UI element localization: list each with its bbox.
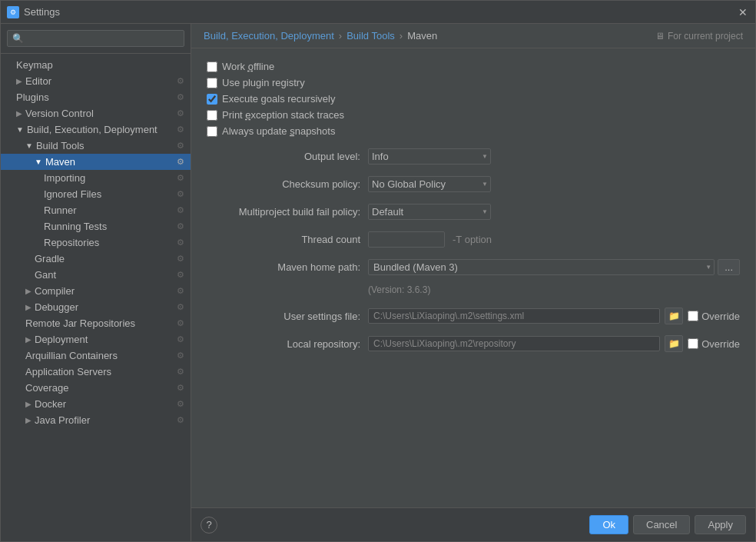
always-update-row: Always update snapshots xyxy=(207,125,740,137)
maven-home-label: Maven home path: xyxy=(207,261,368,273)
maven-home-row: Maven home path: Bundled (Maven 3) Use M… xyxy=(207,257,740,277)
sidebar-item-build-tools[interactable]: ▼ Build Tools ⚙ xyxy=(1,138,191,154)
sidebar-item-arquillian[interactable]: Arquillian Containers ⚙ xyxy=(1,347,191,364)
cancel-button[interactable]: Cancel xyxy=(633,515,690,534)
running-tests-label: Running Tests xyxy=(44,221,107,232)
sidebar-item-debugger[interactable]: ▶ Debugger ⚙ xyxy=(1,299,191,315)
sidebar-item-remote-jar[interactable]: Remote Jar Repositories ⚙ xyxy=(1,315,191,331)
local-repo-override-label: Override xyxy=(701,338,740,350)
java-profiler-label: Java Profiler xyxy=(35,414,90,426)
always-update-checkbox[interactable] xyxy=(207,126,217,137)
sidebar-item-build-execution[interactable]: ▼ Build, Execution, Deployment ⚙ xyxy=(1,121,191,138)
user-settings-row: User settings file: 📁 Override xyxy=(207,306,740,326)
breadcrumb-build-tools[interactable]: Build Tools xyxy=(346,30,395,42)
gradle-settings-icon: ⚙ xyxy=(177,254,184,264)
always-update-label: Always update snapshots xyxy=(222,125,335,137)
runner-label: Runner xyxy=(44,204,77,216)
for-project: 🖥 For current project xyxy=(655,31,743,42)
sidebar-item-running-tests[interactable]: Running Tests ⚙ xyxy=(1,218,191,234)
thread-count-row: Thread count -T option xyxy=(207,229,740,249)
thread-count-input[interactable] xyxy=(368,231,445,248)
local-repo-control: 📁 Override xyxy=(368,335,740,352)
sidebar-item-maven[interactable]: ▼ Maven ⚙ xyxy=(1,154,191,170)
compiler-label: Compiler xyxy=(35,285,75,297)
window-icon: ⚙ xyxy=(7,6,19,18)
runner-settings-icon: ⚙ xyxy=(177,205,184,215)
breadcrumb-sep-2: › xyxy=(400,30,403,42)
local-repo-input[interactable] xyxy=(368,336,660,351)
execute-goals-label: Execute goals recursively xyxy=(222,93,335,105)
local-repo-row: Local repository: 📁 Override xyxy=(207,334,740,354)
sidebar-item-docker[interactable]: ▶ Docker ⚙ xyxy=(1,396,191,412)
plugin-registry-checkbox[interactable] xyxy=(207,78,217,88)
thread-count-control: -T option xyxy=(368,231,740,248)
sidebar-item-repositories[interactable]: Repositories ⚙ xyxy=(1,234,191,251)
sidebar-item-keymap[interactable]: Keymap xyxy=(1,57,191,73)
sidebar-item-importing[interactable]: Importing ⚙ xyxy=(1,170,191,186)
breadcrumb-build-execution[interactable]: Build, Execution, Deployment xyxy=(204,30,334,42)
execute-goals-checkbox[interactable] xyxy=(207,94,217,105)
docker-label: Docker xyxy=(35,398,66,410)
repositories-label: Repositories xyxy=(44,237,99,248)
close-button[interactable]: ✕ xyxy=(737,6,749,18)
sidebar-item-editor[interactable]: ▶ Editor ⚙ xyxy=(1,73,191,89)
bt-toggle-icon: ▼ xyxy=(25,141,33,150)
deployment-label: Deployment xyxy=(35,334,88,345)
apply-button[interactable]: Apply xyxy=(695,515,746,534)
print-exception-checkbox[interactable] xyxy=(207,110,217,121)
user-settings-control: 📁 Override xyxy=(368,308,740,324)
breadcrumb-sep-1: › xyxy=(339,30,342,42)
sidebar-item-ignored-files[interactable]: Ignored Files ⚙ xyxy=(1,186,191,202)
checksum-policy-select[interactable]: No Global Policy Warn Fail xyxy=(368,176,491,192)
t-option-label: -T option xyxy=(453,234,492,245)
sidebar-item-gradle[interactable]: Gradle ⚙ xyxy=(1,251,191,267)
user-settings-override-checkbox[interactable] xyxy=(688,311,698,321)
for-project-label: For current project xyxy=(668,31,743,42)
breadcrumb: Build, Execution, Deployment › Build Too… xyxy=(191,24,755,48)
help-button[interactable]: ? xyxy=(201,517,217,534)
sidebar-item-coverage[interactable]: Coverage ⚙ xyxy=(1,380,191,396)
form-rows: Output level: Info Quiet Debug xyxy=(207,146,740,354)
local-repo-override-checkbox[interactable] xyxy=(688,338,698,349)
debugger-settings-icon: ⚙ xyxy=(177,302,184,312)
user-settings-override-label: Override xyxy=(701,311,740,322)
multiproject-policy-select[interactable]: Default Fail Fast Fail At End Never Fail xyxy=(368,204,491,220)
ok-button[interactable]: Ok xyxy=(589,515,628,534)
sidebar-item-gant[interactable]: Gant ⚙ xyxy=(1,267,191,283)
sidebar-item-compiler[interactable]: ▶ Compiler ⚙ xyxy=(1,283,191,299)
output-level-row: Output level: Info Quiet Debug xyxy=(207,146,740,166)
docker-settings-icon: ⚙ xyxy=(177,399,184,409)
user-settings-browse-button[interactable]: 📁 xyxy=(665,308,683,324)
search-input[interactable] xyxy=(7,30,184,47)
sidebar-item-plugins[interactable]: Plugins ⚙ xyxy=(1,89,191,105)
sidebar-item-version-control[interactable]: ▶ Version Control ⚙ xyxy=(1,105,191,121)
local-repo-browse-button[interactable]: 📁 xyxy=(665,335,683,352)
remote-jar-settings-icon: ⚙ xyxy=(177,318,184,328)
version-note-row: (Version: 3.6.3) xyxy=(207,280,740,300)
multiproject-policy-select-wrapper: Default Fail Fast Fail At End Never Fail xyxy=(368,204,491,220)
execute-goals-row: Execute goals recursively xyxy=(207,93,740,105)
work-offline-row: Work offline xyxy=(207,61,740,72)
work-offline-checkbox[interactable] xyxy=(207,62,217,72)
plugin-registry-label: Use plugin registry xyxy=(222,77,305,88)
multiproject-policy-row: Multiproject build fail policy: Default … xyxy=(207,201,740,221)
vc-settings-icon: ⚙ xyxy=(177,108,184,118)
output-level-select[interactable]: Info Quiet Debug xyxy=(368,148,491,165)
compiler-toggle-icon: ▶ xyxy=(25,287,32,295)
arquillian-label: Arquillian Containers xyxy=(25,350,118,361)
thread-count-label: Thread count xyxy=(207,234,368,245)
sidebar-item-deployment[interactable]: ▶ Deployment ⚙ xyxy=(1,331,191,347)
sidebar-item-java-profiler[interactable]: ▶ Java Profiler ⚙ xyxy=(1,412,191,428)
vc-label: Version Control xyxy=(25,108,94,119)
maven-home-input-group: Bundled (Maven 3) Use Maven wrapper Cust… xyxy=(368,259,740,275)
work-offline-label: Work offline xyxy=(222,61,274,72)
sidebar-item-runner[interactable]: Runner ⚙ xyxy=(1,202,191,218)
user-settings-input[interactable] xyxy=(368,308,660,324)
gant-label: Gant xyxy=(35,269,56,281)
docker-toggle-icon: ▶ xyxy=(25,400,32,408)
sidebar-item-app-servers[interactable]: Application Servers ⚙ xyxy=(1,364,191,380)
multiproject-policy-control: Default Fail Fast Fail At End Never Fail xyxy=(368,204,740,220)
maven-home-select[interactable]: Bundled (Maven 3) Use Maven wrapper Cust… xyxy=(368,259,715,275)
deployment-settings-icon: ⚙ xyxy=(177,334,184,344)
maven-home-browse-button[interactable]: ... xyxy=(718,259,740,275)
